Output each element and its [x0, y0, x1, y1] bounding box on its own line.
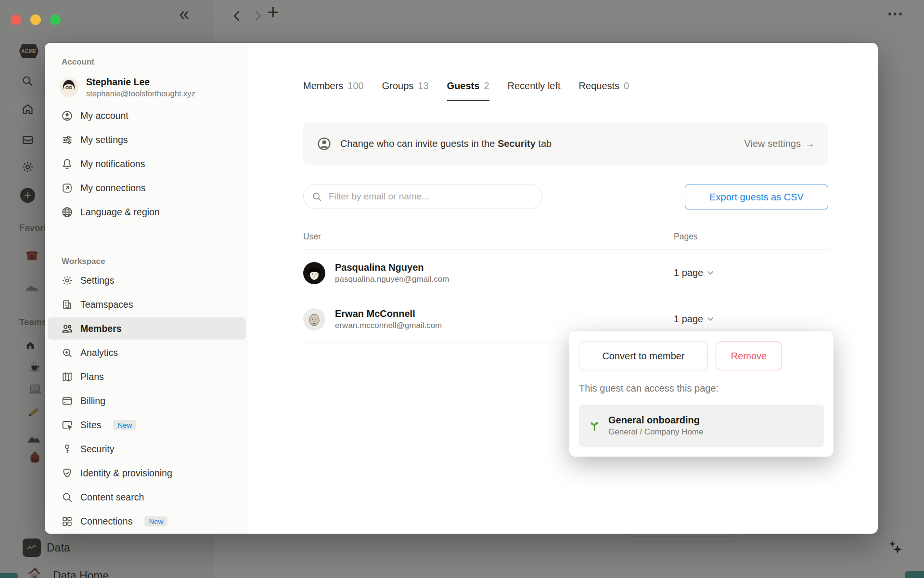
arrow-right-icon: → [805, 138, 815, 149]
nav-item-label: My settings [80, 134, 128, 145]
tab-recently-left[interactable]: Recently left [508, 80, 561, 101]
bell-icon [61, 158, 73, 170]
guest-name: Pasqualina Nguyen [335, 262, 449, 273]
arrow-up-right-box-icon [61, 182, 73, 194]
nav-item-sites[interactable]: Sites New [48, 414, 246, 436]
tab-guests[interactable]: Guests 2 [447, 80, 489, 101]
map-icon [61, 370, 73, 383]
nav-item-label: Billing [80, 395, 105, 407]
column-header-pages: Pages [674, 232, 828, 242]
grid-icon [61, 515, 73, 527]
filter-input[interactable] [303, 184, 542, 209]
tab-label: Groups [382, 80, 414, 92]
tab-count: 2 [484, 80, 489, 92]
settings-modal: Account Stephanie Lee stephanie@toolsfor… [45, 43, 878, 534]
nav-item-label: Identity & provisioning [80, 468, 172, 479]
members-settings-main: Members 100 Groups 13 Guests 2 Recently … [249, 43, 878, 534]
nav-item-plans[interactable]: Plans [48, 366, 246, 388]
tab-groups[interactable]: Groups 13 [382, 80, 429, 101]
tab-label: Recently left [508, 80, 561, 92]
gear-icon [61, 274, 73, 287]
guests-table-header: User Pages [303, 223, 828, 250]
banner-text: Change who can invite guests in the Secu… [340, 138, 552, 149]
nav-item-label: Content search [80, 492, 144, 503]
nav-item-members[interactable]: Members [48, 317, 246, 340]
settings-nav: Account Stephanie Lee stephanie@toolsfor… [45, 43, 249, 534]
people-icon [61, 322, 73, 335]
tab-label: Requests [579, 80, 620, 92]
avatar [303, 308, 325, 330]
traffic-light-close[interactable] [11, 14, 21, 25]
members-tabs: Members 100 Groups 13 Guests 2 Recently … [303, 80, 828, 101]
tab-label: Members [303, 80, 343, 92]
key-icon [61, 443, 73, 455]
view-settings-label: View settings [744, 138, 801, 149]
nav-item-label: Security [80, 444, 114, 455]
guest-email: pasqualina.nguyen@gmail.com [335, 275, 449, 284]
globe-icon [61, 206, 73, 218]
nav-item-label: Analytics [80, 347, 118, 358]
invite-guests-banner: Change who can invite guests in the Secu… [303, 122, 828, 165]
browser-cursor-icon [61, 419, 73, 431]
guest-row: Pasqualina Nguyen pasqualina.nguyen@gmai… [303, 250, 828, 296]
pages-value: 1 page [674, 314, 703, 325]
nav-item-identity-provisioning[interactable]: Identity & provisioning [48, 462, 246, 484]
person-circle-icon [61, 109, 73, 122]
accessible-page-breadcrumb: General / Company Home [608, 427, 703, 437]
nav-item-billing[interactable]: Billing [48, 390, 246, 412]
nav-item-label: My notifications [80, 158, 145, 170]
nav-item-settings[interactable]: Settings [48, 269, 246, 291]
pages-dropdown[interactable]: 1 page [674, 267, 828, 278]
nav-item-label: Plans [80, 371, 104, 382]
tab-label: Guests [447, 80, 480, 92]
nav-item-teamspaces[interactable]: Teamspaces [48, 293, 246, 315]
pages-value: 1 page [674, 267, 703, 278]
new-badge: New [113, 420, 136, 430]
search-icon [61, 491, 73, 503]
nav-item-my-notifications[interactable]: My notifications [48, 153, 246, 175]
accessible-page-title: General onboarding [608, 415, 703, 426]
account-user-email: stephanie@toolsforthought.xyz [86, 89, 195, 98]
nav-item-label: Teamspaces [80, 299, 133, 310]
new-badge: New [144, 516, 167, 526]
nav-item-label: Language & region [80, 207, 160, 218]
tab-count: 0 [624, 80, 629, 92]
nav-item-security[interactable]: Security [48, 438, 246, 460]
workspace-section-label: Workspace [48, 257, 246, 266]
chevron-down-icon [707, 271, 714, 275]
nav-item-label: Settings [80, 275, 114, 286]
accessible-page-item[interactable]: General onboarding General / Company Hom… [579, 405, 824, 447]
remove-guest-button[interactable]: Remove [716, 342, 782, 370]
column-header-user: User [303, 232, 674, 242]
tab-count: 100 [347, 80, 363, 92]
nav-item-my-account[interactable]: My account [48, 105, 246, 127]
traffic-light-zoom[interactable] [50, 14, 61, 25]
view-settings-link[interactable]: View settings → [744, 138, 815, 149]
export-guests-csv-button[interactable]: Export guests as CSV [685, 184, 828, 210]
account-user-name: Stephanie Lee [86, 77, 195, 88]
nav-item-label: Connections [80, 516, 132, 527]
tab-requests[interactable]: Requests 0 [579, 80, 629, 101]
guest-email: erwan.mcconnell@gmail.com [335, 321, 442, 330]
nav-item-content-search[interactable]: Content search [48, 486, 246, 508]
nav-item-analytics[interactable]: Analytics [48, 342, 246, 364]
account-section-label: Account [48, 57, 246, 67]
avatar [303, 262, 325, 284]
tab-count: 13 [418, 80, 428, 92]
tab-members[interactable]: Members 100 [303, 80, 364, 101]
search-icon [311, 191, 322, 202]
nav-item-connections[interactable]: Connections New [48, 510, 246, 532]
magnifier-plus-icon [61, 346, 73, 359]
guest-access-caption: This guest can access this page: [579, 383, 824, 394]
nav-item-my-settings[interactable]: My settings [48, 129, 246, 151]
guest-filter-row: Export guests as CSV [303, 184, 828, 210]
pages-dropdown[interactable]: 1 page [674, 314, 828, 325]
nav-item-language-region[interactable]: Language & region [48, 201, 246, 223]
traffic-light-minimize[interactable] [30, 14, 41, 25]
guest-actions-popover: Convert to member Remove This guest can … [569, 331, 834, 457]
guests-table: User Pages Pasqualina Nguyen pasq [303, 223, 828, 342]
shield-check-icon [61, 467, 73, 479]
account-user: Stephanie Lee stephanie@toolsforthought.… [48, 73, 246, 102]
nav-item-my-connections[interactable]: My connections [48, 177, 246, 199]
convert-to-member-button[interactable]: Convert to member [579, 342, 708, 370]
